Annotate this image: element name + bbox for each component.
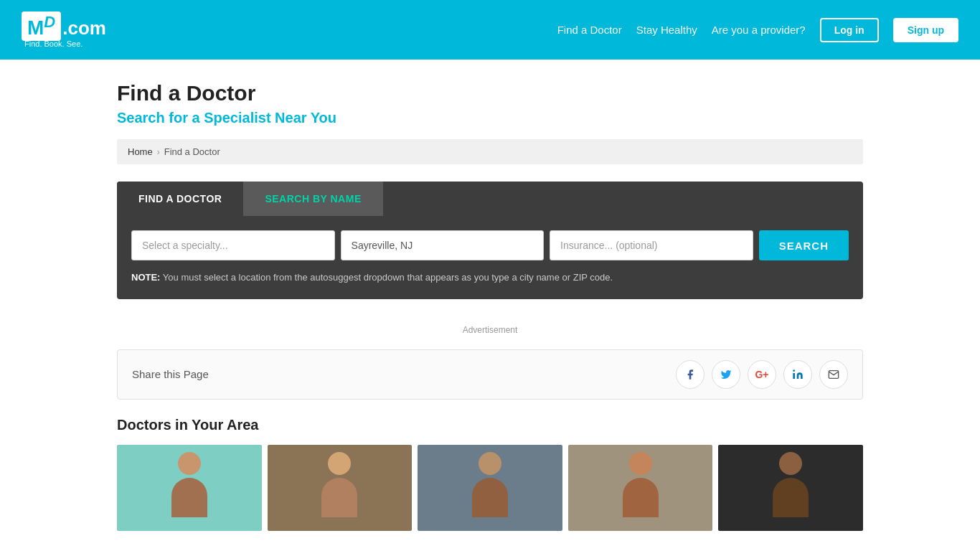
logo-tagline: Find. Book. See. xyxy=(24,39,106,48)
site-header: MD .com Find. Book. See. Find a Doctor S… xyxy=(0,0,980,60)
doctor-photo-3 xyxy=(418,445,562,531)
breadcrumb-current: Find a Doctor xyxy=(164,146,220,157)
doctor-card-4[interactable] xyxy=(568,445,713,531)
main-nav: Find a Doctor Stay Healthy Are you a pro… xyxy=(557,18,958,42)
doctor-photo-5 xyxy=(718,445,863,531)
logo-md: MD xyxy=(22,11,61,41)
share-twitter-button[interactable] xyxy=(712,360,740,389)
tabs-container: FIND A DOCTOR SEARCH BY NAME xyxy=(117,182,863,216)
facebook-icon xyxy=(684,369,696,380)
breadcrumb-separator: › xyxy=(157,147,160,157)
search-note: NOTE: You must select a location from th… xyxy=(131,270,849,285)
insurance-input[interactable] xyxy=(550,230,753,260)
location-input[interactable] xyxy=(341,230,545,260)
breadcrumb: Home › Find a Doctor xyxy=(117,139,863,164)
signup-button[interactable]: Sign up xyxy=(893,18,958,42)
logo-com: .com xyxy=(62,17,106,39)
search-panel: SEARCH NOTE: You must select a location … xyxy=(117,216,863,299)
search-note-bold: NOTE: xyxy=(131,272,160,283)
nav-provider[interactable]: Are you a provider? xyxy=(712,24,806,36)
doctor-card-1[interactable] xyxy=(117,445,262,531)
breadcrumb-home[interactable]: Home xyxy=(128,146,153,157)
share-linkedin-button[interactable] xyxy=(783,360,812,389)
share-bar: Share this Page G+ xyxy=(117,349,863,400)
share-label: Share this Page xyxy=(132,368,209,380)
doctor-photo-4 xyxy=(568,445,713,531)
googleplus-icon: G+ xyxy=(755,369,768,380)
specialty-input[interactable] xyxy=(131,230,335,260)
nav-find-doctor[interactable]: Find a Doctor xyxy=(557,24,622,36)
logo[interactable]: MD .com Find. Book. See. xyxy=(22,11,106,48)
doctors-grid xyxy=(117,445,863,531)
email-icon xyxy=(828,369,839,380)
svg-point-0 xyxy=(793,369,795,372)
doctor-photo-1 xyxy=(117,445,262,531)
tab-search-by-name[interactable]: SEARCH BY NAME xyxy=(243,182,382,216)
main-content: Find a Doctor Search for a Specialist Ne… xyxy=(60,60,920,531)
login-button[interactable]: Log in xyxy=(820,18,879,42)
share-googleplus-button[interactable]: G+ xyxy=(748,360,776,389)
search-button[interactable]: SEARCH xyxy=(759,230,849,260)
share-facebook-button[interactable] xyxy=(676,360,705,389)
tab-find-doctor[interactable]: FIND A DOCTOR xyxy=(117,182,243,216)
share-email-button[interactable] xyxy=(819,360,848,389)
advertisement-label: Advertisement xyxy=(117,314,863,349)
linkedin-icon xyxy=(792,369,804,380)
doctors-section-title: Doctors in Your Area xyxy=(117,417,863,433)
doctor-card-2[interactable] xyxy=(268,445,413,531)
doctor-card-5[interactable] xyxy=(718,445,863,531)
nav-stay-healthy[interactable]: Stay Healthy xyxy=(636,24,697,36)
doctor-photo-2 xyxy=(268,445,413,531)
twitter-icon xyxy=(720,369,732,380)
doctor-card-3[interactable] xyxy=(418,445,562,531)
search-row: SEARCH xyxy=(131,230,849,260)
page-title: Find a Doctor xyxy=(117,81,863,105)
page-subtitle: Search for a Specialist Near You xyxy=(117,110,863,126)
search-note-text: You must select a location from the auto… xyxy=(160,272,613,283)
share-icons: G+ xyxy=(676,360,848,389)
